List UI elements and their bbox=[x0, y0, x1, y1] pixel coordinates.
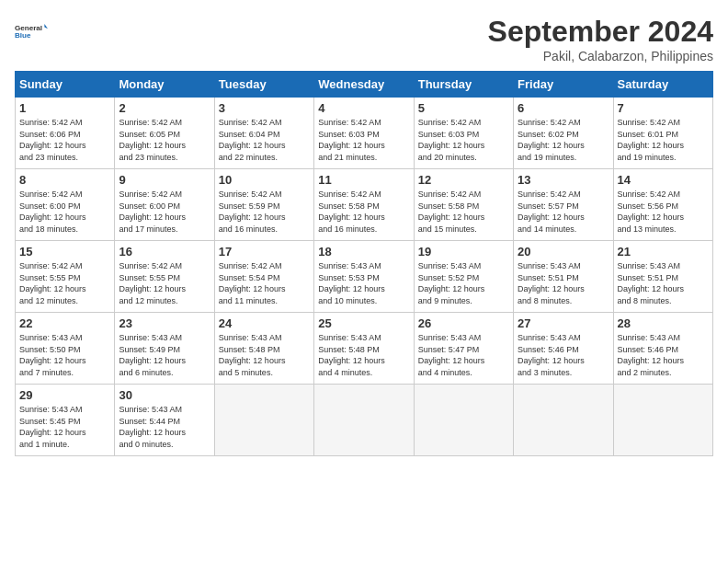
day-info: Sunrise: 5:42 AM Sunset: 5:57 PM Dayligh… bbox=[518, 189, 609, 235]
calendar-day-cell: 20Sunrise: 5:43 AM Sunset: 5:51 PM Dayli… bbox=[514, 241, 613, 313]
day-number: 30 bbox=[119, 388, 210, 402]
day-info: Sunrise: 5:42 AM Sunset: 5:58 PM Dayligh… bbox=[318, 189, 409, 235]
day-info: Sunrise: 5:43 AM Sunset: 5:52 PM Dayligh… bbox=[418, 260, 509, 306]
day-number: 22 bbox=[19, 316, 110, 330]
calendar-day-cell: 25Sunrise: 5:43 AM Sunset: 5:48 PM Dayli… bbox=[314, 313, 414, 385]
day-number: 23 bbox=[119, 316, 210, 330]
svg-text:General: General bbox=[15, 24, 42, 32]
day-info: Sunrise: 5:43 AM Sunset: 5:44 PM Dayligh… bbox=[119, 404, 210, 450]
day-info: Sunrise: 5:43 AM Sunset: 5:53 PM Dayligh… bbox=[318, 260, 409, 306]
day-info: Sunrise: 5:42 AM Sunset: 5:55 PM Dayligh… bbox=[119, 260, 210, 306]
calendar-day-cell bbox=[414, 385, 513, 456]
calendar-day-cell: 26Sunrise: 5:43 AM Sunset: 5:47 PM Dayli… bbox=[414, 313, 513, 385]
calendar-day-cell bbox=[314, 385, 414, 456]
calendar-day-cell: 27Sunrise: 5:43 AM Sunset: 5:46 PM Dayli… bbox=[514, 313, 613, 385]
calendar-body: 1Sunrise: 5:42 AM Sunset: 6:06 PM Daylig… bbox=[16, 98, 713, 456]
calendar-day-cell: 11Sunrise: 5:42 AM Sunset: 5:58 PM Dayli… bbox=[314, 169, 414, 241]
calendar-day-header: Monday bbox=[115, 72, 214, 98]
calendar-day-cell: 21Sunrise: 5:43 AM Sunset: 5:51 PM Dayli… bbox=[613, 241, 712, 313]
day-number: 7 bbox=[618, 101, 709, 115]
day-number: 20 bbox=[518, 245, 609, 259]
calendar-day-cell: 17Sunrise: 5:42 AM Sunset: 5:54 PM Dayli… bbox=[214, 241, 313, 313]
calendar-day-cell: 12Sunrise: 5:42 AM Sunset: 5:58 PM Dayli… bbox=[414, 169, 513, 241]
day-info: Sunrise: 5:43 AM Sunset: 5:51 PM Dayligh… bbox=[618, 260, 709, 306]
calendar-day-cell: 8Sunrise: 5:42 AM Sunset: 6:00 PM Daylig… bbox=[16, 169, 115, 241]
svg-text:Blue: Blue bbox=[15, 31, 31, 40]
day-number: 1 bbox=[19, 101, 110, 115]
day-number: 10 bbox=[219, 173, 310, 187]
day-number: 16 bbox=[119, 245, 210, 259]
logo-svg: General Blue bbox=[15, 15, 48, 48]
svg-marker-2 bbox=[44, 24, 48, 29]
day-info: Sunrise: 5:43 AM Sunset: 5:46 PM Dayligh… bbox=[618, 332, 709, 378]
logo: General Blue bbox=[15, 15, 48, 48]
day-info: Sunrise: 5:42 AM Sunset: 6:01 PM Dayligh… bbox=[618, 117, 709, 163]
calendar-week-row: 22Sunrise: 5:43 AM Sunset: 5:50 PM Dayli… bbox=[16, 313, 713, 385]
day-number: 28 bbox=[618, 316, 709, 330]
calendar-day-cell: 9Sunrise: 5:42 AM Sunset: 6:00 PM Daylig… bbox=[115, 169, 214, 241]
calendar-day-cell: 24Sunrise: 5:43 AM Sunset: 5:48 PM Dayli… bbox=[214, 313, 313, 385]
day-info: Sunrise: 5:43 AM Sunset: 5:48 PM Dayligh… bbox=[219, 332, 310, 378]
calendar-day-cell: 18Sunrise: 5:43 AM Sunset: 5:53 PM Dayli… bbox=[314, 241, 414, 313]
calendar-day-cell bbox=[514, 385, 613, 456]
day-info: Sunrise: 5:42 AM Sunset: 6:04 PM Dayligh… bbox=[219, 117, 310, 163]
page-header: General Blue September 2024 Pakil, Calab… bbox=[15, 15, 713, 63]
day-number: 6 bbox=[518, 101, 609, 115]
day-info: Sunrise: 5:42 AM Sunset: 6:00 PM Dayligh… bbox=[119, 189, 210, 235]
day-info: Sunrise: 5:43 AM Sunset: 5:48 PM Dayligh… bbox=[318, 332, 409, 378]
calendar-day-cell: 13Sunrise: 5:42 AM Sunset: 5:57 PM Dayli… bbox=[514, 169, 613, 241]
day-info: Sunrise: 5:42 AM Sunset: 6:06 PM Dayligh… bbox=[19, 117, 110, 163]
day-number: 12 bbox=[418, 173, 509, 187]
day-info: Sunrise: 5:42 AM Sunset: 5:59 PM Dayligh… bbox=[219, 189, 310, 235]
location: Pakil, Calabarzon, Philippines bbox=[488, 49, 713, 63]
calendar-day-cell: 6Sunrise: 5:42 AM Sunset: 6:02 PM Daylig… bbox=[514, 98, 613, 169]
calendar-day-cell: 7Sunrise: 5:42 AM Sunset: 6:01 PM Daylig… bbox=[613, 98, 712, 169]
calendar-week-row: 8Sunrise: 5:42 AM Sunset: 6:00 PM Daylig… bbox=[16, 169, 713, 241]
calendar-day-cell: 10Sunrise: 5:42 AM Sunset: 5:59 PM Dayli… bbox=[214, 169, 313, 241]
calendar-week-row: 29Sunrise: 5:43 AM Sunset: 5:45 PM Dayli… bbox=[16, 385, 713, 456]
day-number: 17 bbox=[219, 245, 310, 259]
calendar-day-cell: 28Sunrise: 5:43 AM Sunset: 5:46 PM Dayli… bbox=[613, 313, 712, 385]
day-number: 13 bbox=[518, 173, 609, 187]
day-number: 4 bbox=[318, 101, 409, 115]
calendar-day-cell: 3Sunrise: 5:42 AM Sunset: 6:04 PM Daylig… bbox=[214, 98, 313, 169]
day-info: Sunrise: 5:42 AM Sunset: 6:03 PM Dayligh… bbox=[318, 117, 409, 163]
calendar-week-row: 15Sunrise: 5:42 AM Sunset: 5:55 PM Dayli… bbox=[16, 241, 713, 313]
day-number: 27 bbox=[518, 316, 609, 330]
day-number: 26 bbox=[418, 316, 509, 330]
day-number: 25 bbox=[318, 316, 409, 330]
calendar-day-cell: 1Sunrise: 5:42 AM Sunset: 6:06 PM Daylig… bbox=[16, 98, 115, 169]
calendar-day-cell: 5Sunrise: 5:42 AM Sunset: 6:03 PM Daylig… bbox=[414, 98, 513, 169]
calendar-day-cell: 4Sunrise: 5:42 AM Sunset: 6:03 PM Daylig… bbox=[314, 98, 414, 169]
title-block: September 2024 Pakil, Calabarzon, Philip… bbox=[488, 15, 713, 63]
day-info: Sunrise: 5:43 AM Sunset: 5:45 PM Dayligh… bbox=[19, 404, 110, 450]
day-number: 29 bbox=[19, 388, 110, 402]
day-number: 11 bbox=[318, 173, 409, 187]
day-number: 9 bbox=[119, 173, 210, 187]
calendar-day-cell: 16Sunrise: 5:42 AM Sunset: 5:55 PM Dayli… bbox=[115, 241, 214, 313]
calendar-day-cell: 29Sunrise: 5:43 AM Sunset: 5:45 PM Dayli… bbox=[16, 385, 115, 456]
day-number: 21 bbox=[618, 245, 709, 259]
day-number: 18 bbox=[318, 245, 409, 259]
day-number: 24 bbox=[219, 316, 310, 330]
day-number: 2 bbox=[119, 101, 210, 115]
day-number: 14 bbox=[618, 173, 709, 187]
day-info: Sunrise: 5:42 AM Sunset: 6:05 PM Dayligh… bbox=[119, 117, 210, 163]
calendar-week-row: 1Sunrise: 5:42 AM Sunset: 6:06 PM Daylig… bbox=[16, 98, 713, 169]
month-title: September 2024 bbox=[488, 15, 713, 49]
calendar-day-header: Tuesday bbox=[214, 72, 313, 98]
day-info: Sunrise: 5:42 AM Sunset: 5:54 PM Dayligh… bbox=[219, 260, 310, 306]
calendar-day-header: Thursday bbox=[414, 72, 513, 98]
day-info: Sunrise: 5:42 AM Sunset: 5:55 PM Dayligh… bbox=[19, 260, 110, 306]
calendar-day-cell bbox=[214, 385, 313, 456]
calendar-day-header: Friday bbox=[514, 72, 613, 98]
day-number: 15 bbox=[19, 245, 110, 259]
calendar-day-cell: 23Sunrise: 5:43 AM Sunset: 5:49 PM Dayli… bbox=[115, 313, 214, 385]
day-number: 19 bbox=[418, 245, 509, 259]
calendar-table: SundayMondayTuesdayWednesdayThursdayFrid… bbox=[15, 71, 713, 456]
day-info: Sunrise: 5:43 AM Sunset: 5:51 PM Dayligh… bbox=[518, 260, 609, 306]
day-info: Sunrise: 5:42 AM Sunset: 5:56 PM Dayligh… bbox=[618, 189, 709, 235]
day-info: Sunrise: 5:42 AM Sunset: 5:58 PM Dayligh… bbox=[418, 189, 509, 235]
day-info: Sunrise: 5:42 AM Sunset: 6:03 PM Dayligh… bbox=[418, 117, 509, 163]
page-container: General Blue September 2024 Pakil, Calab… bbox=[0, 0, 728, 464]
